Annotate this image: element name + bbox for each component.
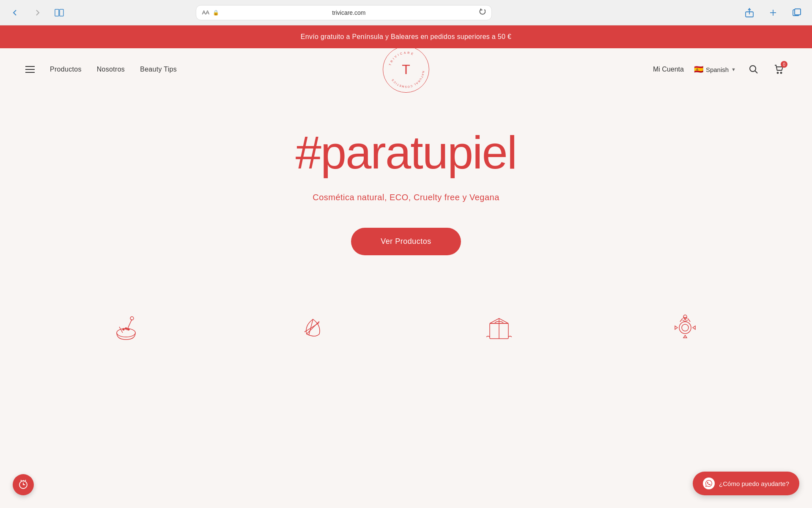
forward-button[interactable] [30,6,44,19]
svg-point-14 [781,72,782,74]
mi-cuenta-link[interactable]: Mi Cuenta [653,66,684,73]
svg-point-21 [128,329,129,330]
cart-count-badge: 0 [781,61,787,68]
svg-point-11 [750,66,756,72]
svg-point-28 [683,315,687,318]
header-right: Mi Cuenta 🇪🇸 Spanish ▼ 0 [653,62,787,77]
back-button[interactable] [8,6,22,19]
tabs-button[interactable] [790,6,804,19]
svg-line-29 [680,318,683,322]
site-header: Productos Nosotros Beauty Tips TRIVICARE… [0,48,812,91]
logo-circle: TRIVICARE NATURAL COSMETICS T [383,46,429,93]
browser-chrome: AA 🔒 trivicare.com [0,0,812,25]
svg-point-27 [682,324,689,331]
hero-subtitle: Cosmética natural, ECO, Cruelty free y V… [313,193,499,202]
cart-button[interactable]: 0 [771,62,787,77]
svg-rect-1 [60,9,63,16]
speed-timer-button[interactable] [13,474,34,495]
share-button[interactable] [743,6,756,19]
language-selector[interactable]: 🇪🇸 Spanish ▼ [694,65,736,74]
reload-button[interactable] [479,8,486,17]
ssl-lock-icon: 🔒 [213,10,219,16]
svg-point-15 [117,329,135,337]
nav-nosotros[interactable]: Nosotros [97,66,125,73]
url-display: trivicare.com [222,9,475,16]
nav-beauty-tips[interactable]: Beauty Tips [140,66,177,73]
address-bar[interactable]: AA 🔒 trivicare.com [196,5,492,20]
hamburger-line [25,72,35,73]
hamburger-menu-button[interactable] [25,66,35,73]
header-left: Productos Nosotros Beauty Tips [25,66,653,73]
feature-cruelty-free [453,311,546,346]
dropdown-chevron-icon: ▼ [731,67,736,72]
whatsapp-chat-button[interactable]: ¿Cómo puedo ayudarte? [693,472,799,495]
whatsapp-icon [703,478,715,489]
svg-line-30 [688,318,690,322]
feature-vegan [639,311,732,346]
svg-point-26 [679,322,691,334]
flag-icon: 🇪🇸 [694,65,703,74]
whatsapp-label: ¿Cómo puedo ayudarte? [719,480,789,487]
hamburger-line [25,69,35,70]
svg-line-12 [755,71,758,74]
announcement-bar: Envío gratuito a Península y Baleares en… [0,25,812,48]
feature-eco [266,311,359,346]
leaf-icon [296,311,330,346]
gear-icon [668,311,702,346]
reader-button[interactable] [52,6,66,19]
features-row [0,302,812,363]
browser-actions [743,6,804,19]
mortar-icon [110,311,144,346]
reader-mode-aa: AA [202,9,209,16]
box-icon [482,311,516,346]
announcement-text: Envío gratuito a Península y Baleares en… [301,33,511,40]
svg-point-19 [123,329,124,330]
new-tab-button[interactable] [766,6,780,19]
feature-natural [80,311,173,346]
hero-section: #paratupiel Cosmética natural, ECO, Crue… [0,91,812,302]
language-label: Spanish [706,66,729,73]
hamburger-line [25,66,35,67]
svg-point-20 [125,328,127,329]
svg-rect-0 [55,9,59,16]
hero-hashtag: #paratupiel [296,129,516,176]
search-button[interactable] [746,62,761,77]
nav-productos[interactable]: Productos [50,66,82,73]
svg-rect-7 [795,9,801,15]
svg-point-13 [777,72,779,74]
svg-text:NATURAL COSMETICS: NATURAL COSMETICS [391,71,425,88]
ver-productos-button[interactable]: Ver Productos [351,228,461,255]
site-logo[interactable]: TRIVICARE NATURAL COSMETICS T [383,46,429,93]
svg-text:TRIVICARE: TRIVICARE [388,51,415,66]
